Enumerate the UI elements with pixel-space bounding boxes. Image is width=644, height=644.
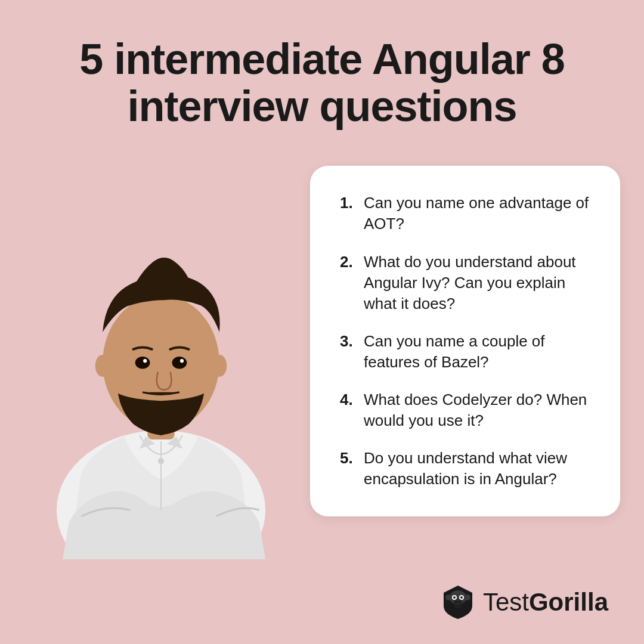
logo-text-bold: Gorilla bbox=[529, 588, 608, 616]
question-text-5: Do you understand what view encapsulatio… bbox=[364, 448, 590, 490]
question-number-1: 1. bbox=[340, 193, 364, 213]
question-text-3: Can you name a couple of features of Baz… bbox=[364, 331, 590, 373]
svg-point-16 bbox=[453, 599, 463, 605]
logo-text-light: Test bbox=[483, 588, 529, 616]
svg-point-3 bbox=[95, 355, 110, 377]
person-area bbox=[24, 154, 298, 559]
question-number-3: 3. bbox=[340, 331, 364, 352]
person-illustration bbox=[24, 154, 298, 559]
page-title: 5 intermediate Angular 8 interview quest… bbox=[48, 36, 596, 130]
svg-point-18 bbox=[459, 601, 461, 603]
svg-point-5 bbox=[135, 357, 150, 369]
svg-point-17 bbox=[455, 601, 457, 603]
content-section: 1. Can you name one advantage of AOT? 2.… bbox=[0, 154, 644, 644]
svg-point-14 bbox=[453, 596, 456, 599]
question-number-2: 2. bbox=[340, 252, 364, 273]
question-text-4: What does Codelyzer do? When would you u… bbox=[364, 389, 590, 431]
svg-point-10 bbox=[158, 458, 164, 464]
question-item-5: 5. Do you understand what view encapsula… bbox=[340, 448, 590, 490]
questions-list: 1. Can you name one advantage of AOT? 2.… bbox=[340, 193, 590, 490]
svg-point-8 bbox=[180, 359, 184, 363]
svg-point-4 bbox=[212, 355, 227, 377]
title-section: 5 intermediate Angular 8 interview quest… bbox=[0, 0, 644, 154]
questions-card: 1. Can you name one advantage of AOT? 2.… bbox=[310, 166, 620, 516]
page-container: 5 intermediate Angular 8 interview quest… bbox=[0, 0, 644, 644]
svg-point-15 bbox=[460, 596, 463, 599]
question-text-2: What do you understand about Angular Ivy… bbox=[364, 252, 590, 314]
svg-point-6 bbox=[172, 357, 187, 369]
question-item-2: 2. What do you understand about Angular … bbox=[340, 252, 590, 314]
testgorilla-logo-icon bbox=[440, 584, 476, 620]
question-number-4: 4. bbox=[340, 389, 364, 410]
logo-text: TestGorilla bbox=[483, 588, 608, 617]
question-text-1: Can you name one advantage of AOT? bbox=[364, 193, 590, 234]
svg-point-7 bbox=[143, 359, 147, 363]
question-item-4: 4. What does Codelyzer do? When would yo… bbox=[340, 389, 590, 431]
question-item-1: 1. Can you name one advantage of AOT? bbox=[340, 193, 590, 234]
question-item-3: 3. Can you name a couple of features of … bbox=[340, 331, 590, 373]
svg-point-19 bbox=[445, 595, 451, 600]
footer-section: TestGorilla bbox=[440, 584, 608, 620]
svg-point-20 bbox=[465, 595, 470, 600]
question-number-5: 5. bbox=[340, 448, 364, 469]
